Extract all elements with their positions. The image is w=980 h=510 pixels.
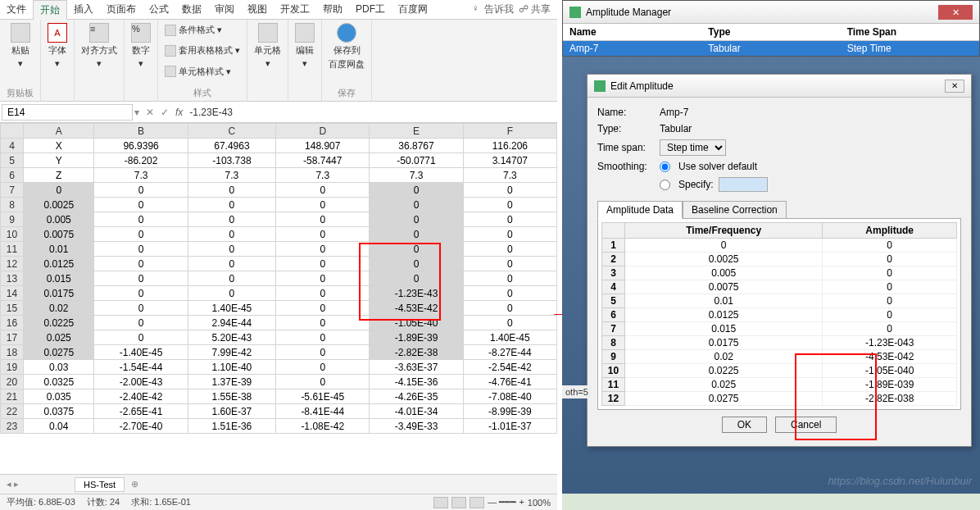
row-header[interactable]: 13 — [1, 271, 24, 286]
cell[interactable]: 0.04 — [24, 419, 94, 434]
col-header[interactable]: D — [276, 124, 370, 139]
cell[interactable]: 7.99E-42 — [188, 345, 275, 360]
cell[interactable]: 7.3 — [370, 168, 463, 183]
col-timespan[interactable]: Time Span — [841, 24, 979, 40]
cell[interactable]: 0 — [188, 286, 275, 301]
cell[interactable]: 0 — [276, 330, 370, 345]
tell-me[interactable]: 告诉我 — [484, 2, 514, 16]
cell[interactable]: 0 — [276, 286, 370, 301]
cell[interactable]: 0 — [94, 198, 188, 212]
cell[interactable]: 0 — [463, 183, 556, 198]
amplitude-table[interactable]: Time/FrequencyAmplitude10020.0025030.005… — [601, 222, 957, 406]
sheet-nav[interactable]: ◂ ▸ — [0, 479, 25, 490]
cell[interactable]: 0 — [94, 330, 188, 345]
sheet-tab[interactable]: HS-Test — [75, 477, 125, 492]
cell[interactable]: 0 — [276, 360, 370, 375]
row-header[interactable]: 15 — [1, 301, 24, 316]
cell[interactable]: 0 — [276, 316, 370, 330]
specify-input[interactable] — [719, 177, 768, 192]
tab-home[interactable]: 开始 — [33, 0, 67, 20]
time-cell[interactable]: 0.015 — [625, 322, 823, 336]
cell[interactable]: -4.76E-41 — [463, 375, 556, 389]
cell[interactable]: 0.0075 — [24, 227, 94, 242]
row-header[interactable]: 7 — [1, 183, 24, 198]
cell[interactable]: -2.65E-41 — [94, 404, 188, 419]
cell[interactable]: 0.025 — [24, 330, 94, 345]
tab-review[interactable]: 审阅 — [208, 0, 241, 19]
zoom-value[interactable]: 100% — [528, 498, 551, 508]
cell[interactable]: -2.82E-38 — [370, 345, 463, 360]
cell[interactable]: 0.03 — [24, 360, 94, 375]
time-cell[interactable]: 0.01 — [625, 294, 823, 308]
cell[interactable]: 1.60E-37 — [188, 404, 275, 419]
row-header[interactable]: 19 — [1, 360, 24, 375]
font-button[interactable]: A字体▾ — [48, 23, 67, 69]
cell[interactable]: 0 — [94, 183, 188, 198]
cell[interactable]: 0 — [276, 183, 370, 198]
cell[interactable]: 3.14707 — [463, 153, 556, 168]
cell[interactable]: 0 — [276, 212, 370, 227]
zoom-slider[interactable]: — ━━━ + — [488, 497, 524, 508]
cell[interactable]: -1.40E-45 — [94, 345, 188, 360]
close-button[interactable]: ✕ — [938, 5, 973, 20]
ok-button[interactable]: OK — [722, 417, 767, 433]
row-num[interactable]: 10 — [602, 364, 625, 378]
cell[interactable]: -1.23E-43 — [370, 286, 463, 301]
cell[interactable]: 36.8767 — [370, 139, 463, 153]
row-num[interactable]: 11 — [602, 378, 625, 392]
cell[interactable]: -4.15E-36 — [370, 375, 463, 389]
corner[interactable] — [1, 124, 24, 139]
cell[interactable]: 0.0375 — [24, 404, 94, 419]
cell[interactable]: -1.54E-44 — [94, 360, 188, 375]
tab-file[interactable]: 文件 — [0, 0, 33, 19]
timespan-select[interactable]: Step time — [660, 139, 726, 156]
cell[interactable]: -1.89E-39 — [370, 330, 463, 345]
amp-cell[interactable]: -4.53E-042 — [823, 350, 957, 364]
row-num[interactable]: 3 — [602, 266, 625, 280]
col-header[interactable]: B — [94, 124, 188, 139]
time-cell[interactable]: 0 — [625, 239, 823, 253]
cell[interactable]: 0 — [94, 242, 188, 257]
amp-mgr-row[interactable]: Amp-7 Tabular Step Time — [563, 41, 979, 56]
cancel-button[interactable]: Cancel — [775, 417, 837, 433]
time-cell[interactable]: 0.0075 — [625, 280, 823, 294]
view-pagebreak-button[interactable] — [470, 497, 484, 508]
cell[interactable]: 0 — [188, 198, 275, 212]
cell[interactable]: 7.3 — [94, 168, 188, 183]
row-num[interactable]: 4 — [602, 280, 625, 294]
cell[interactable]: 0.01 — [24, 242, 94, 257]
cells-button[interactable]: 单元格▾ — [254, 23, 281, 69]
tab-view[interactable]: 视图 — [241, 0, 274, 19]
cell[interactable]: 0 — [370, 227, 463, 242]
row-header[interactable]: 4 — [1, 139, 24, 153]
tab-layout[interactable]: 页面布 — [100, 0, 143, 19]
cell[interactable]: 0 — [276, 301, 370, 316]
cell[interactable]: -1.05E-40 — [370, 316, 463, 330]
cell[interactable]: 1.10E-40 — [188, 360, 275, 375]
row-header[interactable]: 14 — [1, 286, 24, 301]
cancel-icon[interactable]: ✕ — [146, 107, 154, 118]
amp-cell[interactable]: 0 — [823, 266, 957, 280]
cell[interactable]: 0 — [188, 183, 275, 198]
cond-format-button[interactable]: 条件格式▾ — [165, 23, 222, 37]
cell[interactable]: 0.0025 — [24, 198, 94, 212]
cell[interactable]: 0 — [188, 212, 275, 227]
cell[interactable]: 0 — [370, 257, 463, 271]
cell[interactable]: Z — [24, 168, 94, 183]
cell[interactable]: -2.54E-42 — [463, 360, 556, 375]
cell[interactable]: 96.9396 — [94, 139, 188, 153]
row-num[interactable]: 6 — [602, 308, 625, 322]
time-cell[interactable]: 0.0225 — [625, 364, 823, 378]
cell[interactable]: 0.0275 — [24, 345, 94, 360]
cell[interactable]: -86.202 — [94, 153, 188, 168]
col-header[interactable]: A — [24, 124, 94, 139]
tab-formula[interactable]: 公式 — [143, 0, 175, 19]
cell[interactable]: 0 — [94, 271, 188, 286]
cell[interactable]: 0 — [276, 375, 370, 389]
row-header[interactable]: 5 — [1, 153, 24, 168]
cell[interactable]: 0 — [276, 227, 370, 242]
tab-data[interactable]: 数据 — [175, 0, 208, 19]
amp-mgr-titlebar[interactable]: Amplitude Manager ✕ — [563, 1, 979, 24]
cell[interactable]: 7.3 — [276, 168, 370, 183]
row-num[interactable]: 5 — [602, 294, 625, 308]
